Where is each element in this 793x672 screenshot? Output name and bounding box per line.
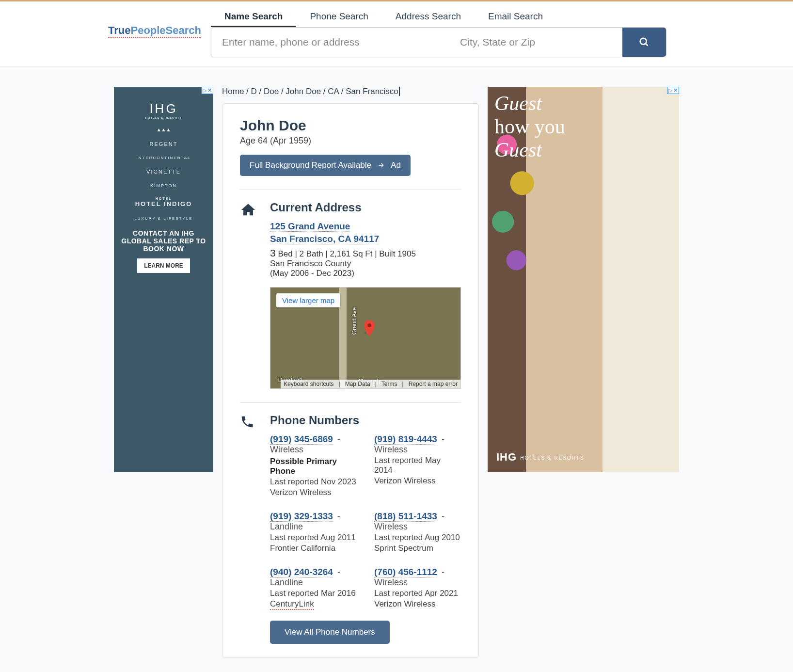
breadcrumb: Home / D / Doe / John Doe / CA / San Fra… (222, 66, 479, 103)
ad-info-icon[interactable]: ▷✕ (201, 87, 213, 94)
phone-carrier: Verizon Wireless (270, 488, 357, 497)
ad-info-icon[interactable]: ▷✕ (667, 87, 679, 94)
person-name: John Doe (240, 117, 461, 134)
tab-address-search[interactable]: Address Search (382, 7, 475, 27)
tab-phone-search[interactable]: Phone Search (296, 7, 381, 27)
current-address-title: Current Address (270, 201, 461, 214)
address-dates: (May 2006 - Dec 2023) (270, 269, 461, 278)
breadcrumb-fullname[interactable]: John Doe (285, 87, 321, 96)
breadcrumb-city[interactable]: San Francisco (346, 87, 400, 96)
map-road-label: Grand Ave (351, 307, 358, 335)
address-county: San Francisco County (270, 259, 461, 269)
site-header: TruePeopleSearch Name Search Phone Searc… (0, 1, 793, 66)
phone-item: (760) 456-1112 - WirelessLast reported A… (374, 567, 461, 609)
home-icon (240, 202, 256, 218)
search-button[interactable] (622, 28, 666, 57)
phone-reported: Last reported Aug 2010 (374, 533, 461, 543)
phone-item: (919) 329-1333 - LandlineLast reported A… (270, 511, 357, 553)
phone-number[interactable]: (919) 345-6869 (270, 434, 333, 445)
phone-item: (818) 511-1433 - WirelessLast reported A… (374, 511, 461, 553)
search-icon (639, 37, 650, 48)
phone-item: (940) 240-3264 - LandlineLast reported M… (270, 567, 357, 609)
phone-carrier: Sprint Spectrum (374, 544, 461, 553)
phone-number[interactable]: (760) 456-1112 (374, 567, 437, 577)
breadcrumb-home[interactable]: Home (222, 87, 244, 96)
phone-carrier: Verizon Wireless (374, 599, 461, 609)
phone-reported: Last reported Apr 2021 (374, 589, 461, 598)
search-tabs: Name Search Phone Search Address Search … (211, 7, 685, 27)
phone-icon (240, 415, 254, 429)
address-city[interactable]: San Francisco, CA 94117 (270, 234, 379, 244)
phone-primary-label: Possible Primary Phone (270, 457, 357, 476)
map-keyboard-shortcuts[interactable]: Keyboard shortcuts (284, 381, 333, 387)
breadcrumb-state[interactable]: CA (328, 87, 339, 96)
search-input-location[interactable] (449, 28, 622, 57)
phone-number[interactable]: (919) 329-1333 (270, 511, 333, 522)
background-report-button[interactable]: Full Background Report Available Ad (240, 155, 411, 176)
search-form (211, 27, 666, 57)
breadcrumb-surname[interactable]: Doe (264, 87, 279, 96)
phone-number[interactable]: (919) 819-4443 (374, 434, 437, 445)
ad-learn-more[interactable]: LEARN MORE (137, 258, 190, 273)
person-age: Age 64 (Apr 1959) (240, 136, 461, 146)
tab-email-search[interactable]: Email Search (475, 7, 556, 27)
svg-point-2 (367, 323, 371, 327)
address-facts: 3 Bed | 2 Bath | 2,161 Sq Ft | Built 190… (270, 247, 461, 259)
phone-reported: Last reported Mar 2016 (270, 589, 357, 598)
phone-reported: Last reported Aug 2011 (270, 533, 357, 543)
site-logo[interactable]: TruePeopleSearch (108, 24, 201, 37)
svg-point-0 (640, 38, 647, 45)
phone-number[interactable]: (940) 240-3264 (270, 567, 333, 577)
breadcrumb-letter[interactable]: D (251, 87, 257, 96)
map-terms-link[interactable]: Terms (381, 381, 397, 387)
phone-carrier: Frontier California (270, 544, 357, 553)
map-pin-icon (364, 320, 375, 336)
view-all-phones-button[interactable]: View All Phone Numbers (270, 621, 390, 644)
ad-right[interactable]: ▷✕ Guest how you Guest IHG HOTELS & RESO… (488, 87, 679, 472)
map-report-link[interactable]: Report a map error (409, 381, 458, 387)
address-map[interactable]: View larger map Grand Ave Duarte St Goog… (270, 287, 461, 389)
map-footer: Keyboard shortcuts | Map Data | Terms | … (281, 380, 460, 388)
ad-left[interactable]: ▷✕ IHG HOTELS & RESORTS ▲▲▲ REGENT INTER… (114, 87, 213, 472)
search-input-main[interactable] (211, 28, 449, 57)
phone-numbers-title: Phone Numbers (270, 414, 461, 427)
phone-item: (919) 819-4443 - WirelessLast reported M… (374, 434, 461, 497)
result-card: John Doe Age 64 (Apr 1959) Full Backgrou… (222, 103, 479, 658)
phone-reported: Last reported Nov 2023 (270, 477, 357, 487)
phone-carrier: Verizon Wireless (374, 476, 461, 486)
phone-item: (919) 345-6869 - WirelessPossible Primar… (270, 434, 357, 497)
phone-carrier: CenturyLink (270, 599, 357, 609)
tab-name-search[interactable]: Name Search (211, 7, 296, 27)
map-data-link[interactable]: Map Data (345, 381, 370, 387)
address-street[interactable]: 125 Grand Avenue (270, 221, 350, 232)
phone-reported: Last reported May 2014 (374, 456, 461, 475)
phone-number[interactable]: (818) 511-1433 (374, 511, 437, 522)
svg-line-1 (646, 44, 648, 46)
view-larger-map[interactable]: View larger map (276, 293, 340, 307)
arrow-right-icon (377, 161, 385, 169)
